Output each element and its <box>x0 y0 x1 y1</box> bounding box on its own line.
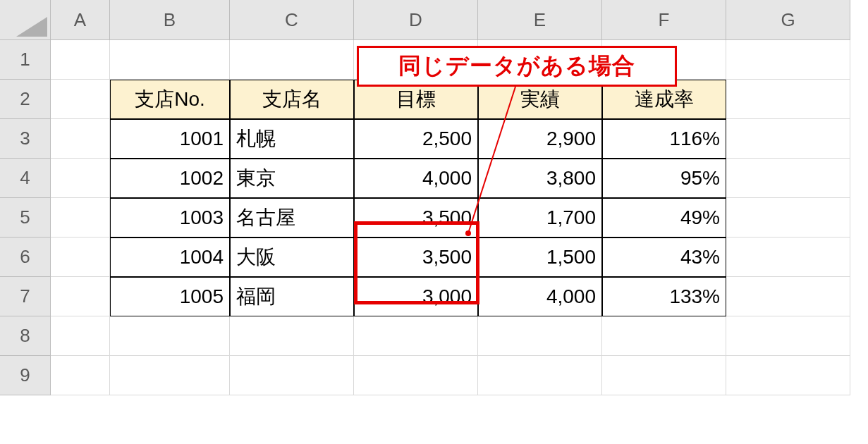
cell-B7[interactable]: 1005 <box>110 277 230 316</box>
cell-D4[interactable]: 4,000 <box>354 159 478 198</box>
cell-F4[interactable]: 95% <box>602 159 726 198</box>
cell-D5[interactable]: 3,500 <box>354 198 478 238</box>
cell-G9[interactable] <box>726 356 850 395</box>
cell-A1[interactable] <box>51 40 110 80</box>
cell-E9[interactable] <box>478 356 602 395</box>
cell-G3[interactable] <box>726 119 850 159</box>
cell-G6[interactable] <box>726 238 850 277</box>
col-header-B[interactable]: B <box>110 0 230 40</box>
row-header-5[interactable]: 5 <box>0 198 51 238</box>
cell-C7[interactable]: 福岡 <box>230 277 354 316</box>
cell-C3[interactable]: 札幌 <box>230 119 354 159</box>
row-header-2[interactable]: 2 <box>0 80 51 119</box>
col-header-E[interactable]: E <box>478 0 602 40</box>
cell-B5[interactable]: 1003 <box>110 198 230 238</box>
col-header-A[interactable]: A <box>51 0 110 40</box>
cell-A9[interactable] <box>51 356 110 395</box>
cell-A4[interactable] <box>51 159 110 198</box>
cell-B4[interactable]: 1002 <box>110 159 230 198</box>
cell-E6[interactable]: 1,500 <box>478 238 602 277</box>
col-header-C[interactable]: C <box>230 0 354 40</box>
cell-B1[interactable] <box>110 40 230 80</box>
row-header-6[interactable]: 6 <box>0 238 51 277</box>
cell-C4[interactable]: 東京 <box>230 159 354 198</box>
select-all-corner[interactable] <box>0 0 51 40</box>
cell-G1[interactable] <box>726 40 850 80</box>
cell-A3[interactable] <box>51 119 110 159</box>
cell-B8[interactable] <box>110 316 230 356</box>
col-header-G[interactable]: G <box>726 0 850 40</box>
cell-E4[interactable]: 3,800 <box>478 159 602 198</box>
row-header-3[interactable]: 3 <box>0 119 51 159</box>
cell-G2[interactable] <box>726 80 850 119</box>
col-header-D[interactable]: D <box>354 0 478 40</box>
cell-A2[interactable] <box>51 80 110 119</box>
cell-E3[interactable]: 2,900 <box>478 119 602 159</box>
cell-D3[interactable]: 2,500 <box>354 119 478 159</box>
cell-E8[interactable] <box>478 316 602 356</box>
cell-B3[interactable]: 1001 <box>110 119 230 159</box>
cell-A6[interactable] <box>51 238 110 277</box>
cell-A7[interactable] <box>51 277 110 316</box>
cell-F3[interactable]: 116% <box>602 119 726 159</box>
cell-B9[interactable] <box>110 356 230 395</box>
row-header-8[interactable]: 8 <box>0 316 51 356</box>
row-header-1[interactable]: 1 <box>0 40 51 80</box>
cell-G7[interactable] <box>726 277 850 316</box>
cell-E5[interactable]: 1,700 <box>478 198 602 238</box>
row-header-7[interactable]: 7 <box>0 277 51 316</box>
cell-G4[interactable] <box>726 159 850 198</box>
cell-C9[interactable] <box>230 356 354 395</box>
col-header-F[interactable]: F <box>602 0 726 40</box>
cell-C6[interactable]: 大阪 <box>230 238 354 277</box>
cell-E7[interactable]: 4,000 <box>478 277 602 316</box>
cell-G8[interactable] <box>726 316 850 356</box>
cell-A8[interactable] <box>51 316 110 356</box>
cell-F7[interactable]: 133% <box>602 277 726 316</box>
callout-annotation: 同じデータがある場合 <box>357 46 677 87</box>
cell-A5[interactable] <box>51 198 110 238</box>
cell-B6[interactable]: 1004 <box>110 238 230 277</box>
header-branch-no[interactable]: 支店No. <box>110 80 230 119</box>
cell-C5[interactable]: 名古屋 <box>230 198 354 238</box>
cell-D7[interactable]: 3,000 <box>354 277 478 316</box>
cell-C8[interactable] <box>230 316 354 356</box>
row-header-4[interactable]: 4 <box>0 159 51 198</box>
cell-D9[interactable] <box>354 356 478 395</box>
cell-G5[interactable] <box>726 198 850 238</box>
cell-C1[interactable] <box>230 40 354 80</box>
cell-F9[interactable] <box>602 356 726 395</box>
cell-F8[interactable] <box>602 316 726 356</box>
row-header-9[interactable]: 9 <box>0 356 51 395</box>
cell-F6[interactable]: 43% <box>602 238 726 277</box>
cell-D6[interactable]: 3,500 <box>354 238 478 277</box>
cell-F5[interactable]: 49% <box>602 198 726 238</box>
cell-D8[interactable] <box>354 316 478 356</box>
header-branch-name[interactable]: 支店名 <box>230 80 354 119</box>
